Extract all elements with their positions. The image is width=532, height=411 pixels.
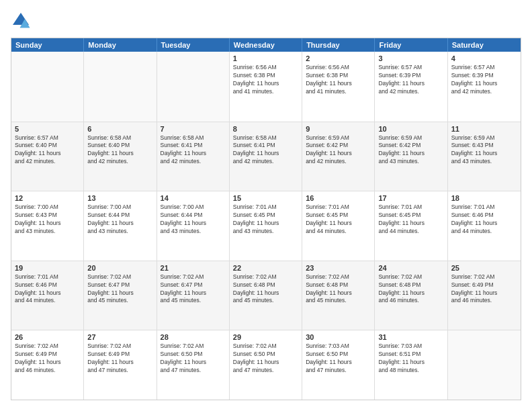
day-info: Sunrise: 6:58 AM Sunset: 6:40 PM Dayligh… [87, 134, 152, 167]
calendar-cell: 4Sunrise: 6:57 AM Sunset: 6:39 PM Daylig… [448, 52, 521, 122]
day-number: 20 [87, 264, 152, 272]
calendar-cell: 1Sunrise: 6:56 AM Sunset: 6:38 PM Daylig… [230, 52, 302, 122]
day-number: 26 [15, 333, 80, 341]
calendar-cell: 22Sunrise: 7:02 AM Sunset: 6:48 PM Dayli… [230, 261, 302, 330]
day-info: Sunrise: 7:01 AM Sunset: 6:46 PM Dayligh… [15, 273, 80, 306]
day-number: 5 [15, 125, 80, 133]
calendar-header: SundayMondayTuesdayWednesdayThursdayFrid… [11, 38, 521, 52]
day-number: 7 [161, 125, 226, 133]
day-number: 21 [161, 264, 226, 272]
day-info: Sunrise: 7:02 AM Sunset: 6:50 PM Dayligh… [161, 342, 226, 375]
calendar-cell [84, 52, 157, 122]
day-number: 24 [378, 264, 443, 272]
calendar-cell: 18Sunrise: 7:01 AM Sunset: 6:46 PM Dayli… [448, 191, 521, 261]
calendar-cell: 15Sunrise: 7:01 AM Sunset: 6:45 PM Dayli… [230, 191, 302, 261]
calendar-cell: 25Sunrise: 7:02 AM Sunset: 6:49 PM Dayli… [448, 261, 521, 330]
day-number: 8 [233, 125, 298, 133]
day-info: Sunrise: 7:00 AM Sunset: 6:44 PM Dayligh… [161, 203, 226, 236]
day-info: Sunrise: 7:00 AM Sunset: 6:44 PM Dayligh… [87, 203, 152, 236]
day-number: 1 [233, 54, 298, 62]
calendar-row: 12Sunrise: 7:00 AM Sunset: 6:43 PM Dayli… [11, 191, 521, 261]
day-number: 2 [306, 54, 371, 62]
header-day-saturday: Saturday [448, 38, 521, 52]
day-info: Sunrise: 7:02 AM Sunset: 6:49 PM Dayligh… [15, 342, 80, 375]
day-number: 27 [87, 333, 152, 341]
calendar-cell: 11Sunrise: 6:59 AM Sunset: 6:43 PM Dayli… [448, 122, 521, 191]
day-number: 12 [15, 194, 80, 202]
calendar-cell [448, 330, 521, 400]
day-info: Sunrise: 6:56 AM Sunset: 6:38 PM Dayligh… [306, 64, 371, 96]
calendar-cell: 6Sunrise: 6:58 AM Sunset: 6:40 PM Daylig… [84, 122, 157, 191]
logo [11, 11, 34, 31]
day-info: Sunrise: 6:57 AM Sunset: 6:39 PM Dayligh… [451, 64, 517, 96]
calendar-cell: 19Sunrise: 7:01 AM Sunset: 6:46 PM Dayli… [11, 261, 84, 330]
day-number: 16 [306, 194, 371, 202]
calendar-row: 1Sunrise: 6:56 AM Sunset: 6:38 PM Daylig… [11, 52, 521, 122]
day-info: Sunrise: 7:02 AM Sunset: 6:49 PM Dayligh… [87, 342, 152, 375]
day-info: Sunrise: 7:02 AM Sunset: 6:48 PM Dayligh… [306, 273, 371, 306]
day-number: 10 [378, 125, 443, 133]
day-number: 15 [233, 194, 298, 202]
calendar-cell [157, 52, 230, 122]
header-day-wednesday: Wednesday [230, 38, 302, 52]
day-info: Sunrise: 7:01 AM Sunset: 6:45 PM Dayligh… [233, 203, 298, 236]
day-info: Sunrise: 6:56 AM Sunset: 6:38 PM Dayligh… [233, 64, 298, 96]
day-number: 17 [378, 194, 443, 202]
calendar-cell: 12Sunrise: 7:00 AM Sunset: 6:43 PM Dayli… [11, 191, 84, 261]
calendar-cell: 9Sunrise: 6:59 AM Sunset: 6:42 PM Daylig… [302, 122, 375, 191]
day-info: Sunrise: 7:01 AM Sunset: 6:46 PM Dayligh… [451, 203, 517, 236]
day-number: 30 [306, 333, 371, 341]
calendar-cell: 24Sunrise: 7:02 AM Sunset: 6:48 PM Dayli… [375, 261, 447, 330]
calendar-cell: 27Sunrise: 7:02 AM Sunset: 6:49 PM Dayli… [84, 330, 157, 400]
calendar-cell [11, 52, 84, 122]
day-number: 18 [451, 194, 517, 202]
day-number: 14 [161, 194, 226, 202]
calendar-cell: 14Sunrise: 7:00 AM Sunset: 6:44 PM Dayli… [157, 191, 230, 261]
header [11, 11, 521, 31]
day-info: Sunrise: 7:02 AM Sunset: 6:47 PM Dayligh… [161, 273, 226, 306]
calendar-cell: 28Sunrise: 7:02 AM Sunset: 6:50 PM Dayli… [157, 330, 230, 400]
day-number: 22 [233, 264, 298, 272]
day-number: 23 [306, 264, 371, 272]
calendar-body: 1Sunrise: 6:56 AM Sunset: 6:38 PM Daylig… [11, 52, 521, 400]
day-info: Sunrise: 7:01 AM Sunset: 6:45 PM Dayligh… [378, 203, 443, 236]
calendar-cell: 3Sunrise: 6:57 AM Sunset: 6:39 PM Daylig… [375, 52, 447, 122]
calendar-row: 19Sunrise: 7:01 AM Sunset: 6:46 PM Dayli… [11, 261, 521, 330]
day-info: Sunrise: 7:03 AM Sunset: 6:50 PM Dayligh… [306, 342, 371, 375]
day-info: Sunrise: 7:02 AM Sunset: 6:47 PM Dayligh… [87, 273, 152, 306]
header-day-monday: Monday [84, 38, 157, 52]
day-number: 3 [378, 54, 443, 62]
day-info: Sunrise: 6:59 AM Sunset: 6:42 PM Dayligh… [378, 134, 443, 167]
day-number: 28 [161, 333, 226, 341]
day-info: Sunrise: 6:59 AM Sunset: 6:43 PM Dayligh… [451, 134, 517, 167]
calendar-cell: 7Sunrise: 6:58 AM Sunset: 6:41 PM Daylig… [157, 122, 230, 191]
calendar-cell: 10Sunrise: 6:59 AM Sunset: 6:42 PM Dayli… [375, 122, 447, 191]
header-day-tuesday: Tuesday [157, 38, 230, 52]
day-info: Sunrise: 6:58 AM Sunset: 6:41 PM Dayligh… [233, 134, 298, 167]
day-info: Sunrise: 7:00 AM Sunset: 6:43 PM Dayligh… [15, 203, 80, 236]
logo-icon [11, 11, 31, 31]
day-number: 19 [15, 264, 80, 272]
day-number: 11 [451, 125, 517, 133]
day-info: Sunrise: 6:57 AM Sunset: 6:39 PM Dayligh… [378, 64, 443, 96]
calendar-row: 5Sunrise: 6:57 AM Sunset: 6:40 PM Daylig… [11, 122, 521, 191]
calendar: SundayMondayTuesdayWednesdayThursdayFrid… [11, 38, 521, 400]
day-number: 13 [87, 194, 152, 202]
calendar-cell: 17Sunrise: 7:01 AM Sunset: 6:45 PM Dayli… [375, 191, 447, 261]
calendar-cell: 13Sunrise: 7:00 AM Sunset: 6:44 PM Dayli… [84, 191, 157, 261]
calendar-cell: 21Sunrise: 7:02 AM Sunset: 6:47 PM Dayli… [157, 261, 230, 330]
calendar-cell: 30Sunrise: 7:03 AM Sunset: 6:50 PM Dayli… [302, 330, 375, 400]
day-info: Sunrise: 7:02 AM Sunset: 6:49 PM Dayligh… [451, 273, 517, 306]
day-number: 25 [451, 264, 517, 272]
day-info: Sunrise: 6:59 AM Sunset: 6:42 PM Dayligh… [306, 134, 371, 167]
header-day-friday: Friday [375, 38, 447, 52]
header-day-sunday: Sunday [11, 38, 84, 52]
calendar-cell: 29Sunrise: 7:02 AM Sunset: 6:50 PM Dayli… [230, 330, 302, 400]
page: SundayMondayTuesdayWednesdayThursdayFrid… [0, 0, 532, 411]
day-number: 29 [233, 333, 298, 341]
calendar-cell: 20Sunrise: 7:02 AM Sunset: 6:47 PM Dayli… [84, 261, 157, 330]
day-number: 9 [306, 125, 371, 133]
calendar-cell: 16Sunrise: 7:01 AM Sunset: 6:45 PM Dayli… [302, 191, 375, 261]
header-day-thursday: Thursday [302, 38, 375, 52]
day-number: 4 [451, 54, 517, 62]
